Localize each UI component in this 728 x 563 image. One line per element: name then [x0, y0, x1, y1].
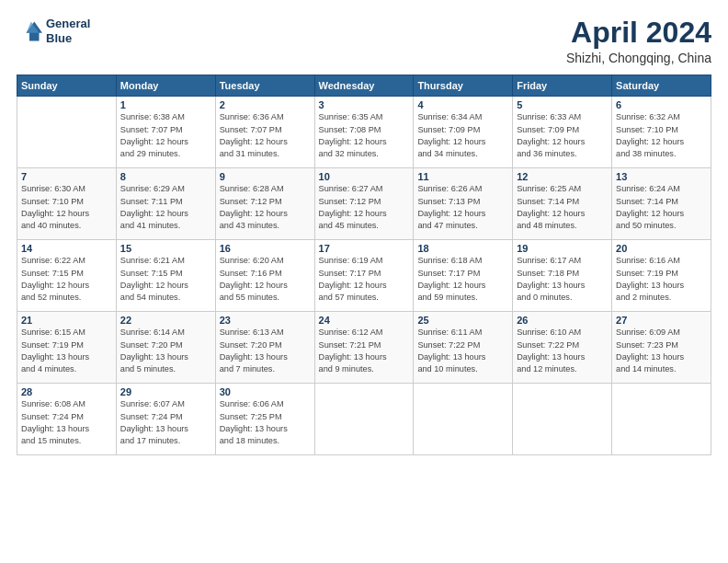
calendar-table: Sunday Monday Tuesday Wednesday Thursday…: [17, 75, 711, 455]
logo-line1: General: [46, 17, 90, 31]
table-row: 7Sunrise: 6:30 AMSunset: 7:10 PMDaylight…: [17, 168, 117, 240]
table-row: 27Sunrise: 6:09 AMSunset: 7:23 PMDayligh…: [612, 312, 711, 384]
day-number: 12: [517, 171, 608, 182]
day-number: 4: [417, 99, 508, 110]
table-row: 1Sunrise: 6:38 AMSunset: 7:07 PMDaylight…: [116, 97, 215, 168]
day-number: 14: [21, 243, 112, 254]
day-info: Sunrise: 6:21 AMSunset: 7:15 PMDaylight:…: [120, 255, 211, 304]
day-info: Sunrise: 6:24 AMSunset: 7:14 PMDaylight:…: [616, 183, 707, 232]
table-row: 22Sunrise: 6:14 AMSunset: 7:20 PMDayligh…: [116, 312, 215, 384]
day-info: Sunrise: 6:08 AMSunset: 7:24 PMDaylight:…: [21, 398, 112, 447]
table-row: 29Sunrise: 6:07 AMSunset: 7:24 PMDayligh…: [116, 384, 215, 455]
day-number: 2: [220, 99, 311, 110]
table-row: 15Sunrise: 6:21 AMSunset: 7:15 PMDayligh…: [116, 240, 215, 312]
col-thursday: Thursday: [414, 75, 513, 97]
logo-line2: Blue: [46, 31, 90, 46]
day-info: Sunrise: 6:29 AMSunset: 7:11 PMDaylight:…: [120, 183, 211, 232]
table-row: [612, 384, 711, 455]
table-row: 8Sunrise: 6:29 AMSunset: 7:11 PMDaylight…: [116, 168, 215, 240]
table-row: 18Sunrise: 6:18 AMSunset: 7:17 PMDayligh…: [414, 240, 513, 312]
day-info: Sunrise: 6:19 AMSunset: 7:17 PMDaylight:…: [319, 255, 410, 304]
table-row: 16Sunrise: 6:20 AMSunset: 7:16 PMDayligh…: [215, 240, 314, 312]
table-row: 10Sunrise: 6:27 AMSunset: 7:12 PMDayligh…: [314, 168, 414, 240]
day-info: Sunrise: 6:17 AMSunset: 7:18 PMDaylight:…: [517, 255, 608, 304]
day-info: Sunrise: 6:10 AMSunset: 7:22 PMDaylight:…: [517, 327, 608, 375]
day-number: 8: [120, 171, 211, 182]
day-number: 5: [517, 99, 608, 110]
day-number: 15: [120, 243, 211, 254]
day-info: Sunrise: 6:06 AMSunset: 7:25 PMDaylight:…: [220, 398, 311, 447]
day-info: Sunrise: 6:14 AMSunset: 7:20 PMDaylight:…: [120, 327, 211, 375]
day-info: Sunrise: 6:30 AMSunset: 7:10 PMDaylight:…: [21, 183, 112, 232]
day-info: Sunrise: 6:25 AMSunset: 7:14 PMDaylight:…: [517, 183, 608, 232]
table-row: 9Sunrise: 6:28 AMSunset: 7:12 PMDaylight…: [215, 168, 314, 240]
table-row: 26Sunrise: 6:10 AMSunset: 7:22 PMDayligh…: [513, 312, 612, 384]
day-number: 26: [517, 315, 608, 326]
table-row: 4Sunrise: 6:34 AMSunset: 7:09 PMDaylight…: [414, 97, 513, 168]
day-number: 6: [616, 99, 707, 110]
table-row: 24Sunrise: 6:12 AMSunset: 7:21 PMDayligh…: [314, 312, 414, 384]
table-row: 28Sunrise: 6:08 AMSunset: 7:24 PMDayligh…: [17, 384, 117, 455]
logo: General Blue: [17, 17, 90, 45]
title-block: April 2024 Shizhi, Chongqing, China: [566, 17, 711, 65]
table-row: 6Sunrise: 6:32 AMSunset: 7:10 PMDaylight…: [612, 97, 711, 168]
col-monday: Monday: [116, 75, 215, 97]
location: Shizhi, Chongqing, China: [566, 51, 711, 65]
day-info: Sunrise: 6:38 AMSunset: 7:07 PMDaylight:…: [120, 111, 211, 160]
day-number: 1: [120, 99, 211, 110]
logo-icon: [17, 18, 42, 44]
day-number: 11: [417, 171, 508, 182]
col-wednesday: Wednesday: [314, 75, 414, 97]
table-row: 20Sunrise: 6:16 AMSunset: 7:19 PMDayligh…: [612, 240, 711, 312]
day-info: Sunrise: 6:22 AMSunset: 7:15 PMDaylight:…: [21, 255, 112, 304]
table-row: 3Sunrise: 6:35 AMSunset: 7:08 PMDaylight…: [314, 97, 414, 168]
table-row: 23Sunrise: 6:13 AMSunset: 7:20 PMDayligh…: [215, 312, 314, 384]
day-number: 13: [616, 171, 707, 182]
day-number: 7: [21, 171, 112, 182]
table-row: 2Sunrise: 6:36 AMSunset: 7:07 PMDaylight…: [215, 97, 314, 168]
table-row: [414, 384, 513, 455]
day-number: 3: [319, 99, 410, 110]
table-row: 17Sunrise: 6:19 AMSunset: 7:17 PMDayligh…: [314, 240, 414, 312]
col-tuesday: Tuesday: [215, 75, 314, 97]
day-info: Sunrise: 6:07 AMSunset: 7:24 PMDaylight:…: [120, 398, 211, 447]
table-row: 11Sunrise: 6:26 AMSunset: 7:13 PMDayligh…: [414, 168, 513, 240]
col-saturday: Saturday: [612, 75, 711, 97]
day-number: 9: [220, 171, 311, 182]
table-row: 13Sunrise: 6:24 AMSunset: 7:14 PMDayligh…: [612, 168, 711, 240]
day-info: Sunrise: 6:35 AMSunset: 7:08 PMDaylight:…: [319, 111, 410, 160]
col-sunday: Sunday: [17, 75, 117, 97]
table-row: [17, 97, 117, 168]
day-info: Sunrise: 6:13 AMSunset: 7:20 PMDaylight:…: [220, 327, 311, 375]
day-info: Sunrise: 6:11 AMSunset: 7:22 PMDaylight:…: [417, 327, 508, 375]
month-title: April 2024: [566, 17, 711, 49]
day-number: 22: [120, 315, 211, 326]
table-row: 5Sunrise: 6:33 AMSunset: 7:09 PMDaylight…: [513, 97, 612, 168]
table-row: 21Sunrise: 6:15 AMSunset: 7:19 PMDayligh…: [17, 312, 117, 384]
table-row: 19Sunrise: 6:17 AMSunset: 7:18 PMDayligh…: [513, 240, 612, 312]
day-number: 10: [319, 171, 410, 182]
day-number: 18: [417, 243, 508, 254]
day-info: Sunrise: 6:33 AMSunset: 7:09 PMDaylight:…: [517, 111, 608, 160]
day-number: 21: [21, 315, 112, 326]
day-number: 16: [220, 243, 311, 254]
table-row: 25Sunrise: 6:11 AMSunset: 7:22 PMDayligh…: [414, 312, 513, 384]
day-info: Sunrise: 6:15 AMSunset: 7:19 PMDaylight:…: [21, 327, 112, 375]
day-number: 29: [120, 386, 211, 397]
table-row: 12Sunrise: 6:25 AMSunset: 7:14 PMDayligh…: [513, 168, 612, 240]
day-number: 27: [616, 315, 707, 326]
day-info: Sunrise: 6:32 AMSunset: 7:10 PMDaylight:…: [616, 111, 707, 160]
day-number: 19: [517, 243, 608, 254]
day-info: Sunrise: 6:36 AMSunset: 7:07 PMDaylight:…: [220, 111, 311, 160]
day-info: Sunrise: 6:18 AMSunset: 7:17 PMDaylight:…: [417, 255, 508, 304]
day-number: 28: [21, 386, 112, 397]
day-info: Sunrise: 6:16 AMSunset: 7:19 PMDaylight:…: [616, 255, 707, 304]
day-number: 20: [616, 243, 707, 254]
day-info: Sunrise: 6:27 AMSunset: 7:12 PMDaylight:…: [319, 183, 410, 232]
day-info: Sunrise: 6:28 AMSunset: 7:12 PMDaylight:…: [220, 183, 311, 232]
table-row: [314, 384, 414, 455]
table-row: 14Sunrise: 6:22 AMSunset: 7:15 PMDayligh…: [17, 240, 117, 312]
col-friday: Friday: [513, 75, 612, 97]
day-number: 23: [220, 315, 311, 326]
day-info: Sunrise: 6:34 AMSunset: 7:09 PMDaylight:…: [417, 111, 508, 160]
